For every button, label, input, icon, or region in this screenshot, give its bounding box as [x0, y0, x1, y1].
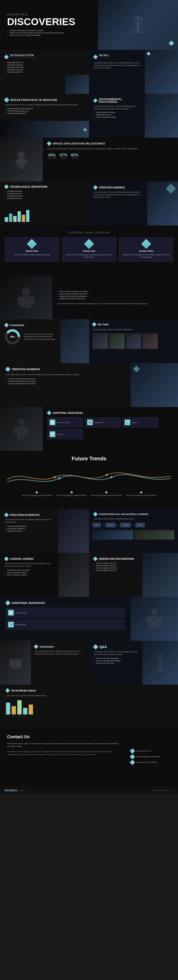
- donut-chart: 40%: [5, 329, 20, 345]
- slide-1-bullets: Welcome and Recap of the 2022 Presentati…: [7, 30, 91, 36]
- slide-15-title: Future Trends: [72, 456, 106, 462]
- res-20-icon-2: 🧬: [8, 622, 14, 627]
- intro-bullet-5: Introduction point five: [5, 71, 84, 73]
- svg-rect-19: [25, 427, 29, 434]
- med-bullet-1: Advanced gene therapy techniques: [5, 108, 84, 110]
- version-3-label: Version Three: [122, 250, 170, 252]
- slide-19: Awards and Recognitions Award recognitio…: [89, 553, 178, 597]
- future-bullet-2: Discuss the progress in genetic research: [57, 492, 87, 496]
- slide-12: Our Team Lorem ipsum dolor sit amet, con…: [89, 319, 178, 363]
- version-card-1: Version One Talk about CRISPR and gene e…: [5, 237, 59, 261]
- slide-16-title: Evolution in Genetics: [10, 514, 40, 516]
- slide-19-image: [142, 553, 178, 597]
- slide-5-text: Lorem ipsum dolor sit amet, consectetur …: [94, 105, 140, 110]
- version-3-text: Address the ethical debate around climat…: [122, 254, 170, 258]
- slide-7: Technological Innovations Innovation poi…: [0, 181, 89, 226]
- slide-5-title: Environmental Discoveries: [99, 98, 140, 103]
- slide-23-content: Social Media Impact Lorem ipsum dolor si…: [0, 684, 178, 729]
- stat-3: 82% Progress: [71, 153, 79, 159]
- slide-17-title: Nanotechnology and Materials Science: [99, 513, 148, 515]
- slide-17-text: Lorem ipsum dolor sit amet, consectetur …: [94, 518, 173, 520]
- slide-4-extra: Advanced gene therapy techniques CRISPR …: [5, 108, 84, 114]
- slide-24-description: Share links to articles, books, or websi…: [7, 742, 119, 748]
- slide-19-title: Awards and Recognitions: [99, 558, 134, 560]
- future-bullet-1: Discuss the progress in genetic research: [22, 492, 52, 496]
- svg-point-16: [18, 418, 25, 425]
- slide-6-stats: 43% Success Rate 67% Missions 82% Progre…: [48, 153, 173, 159]
- future-bullet-4: Discuss the progress in genetic research: [126, 492, 156, 496]
- slide-2-bullets: Introduction point one Introduction poin…: [5, 62, 84, 73]
- slide-8-text: Lorem ipsum dolor sit amet, consectetur …: [94, 191, 142, 199]
- slide-6-image-left: [0, 138, 43, 181]
- footer: GooDocs Docs www.free.googocs.com: [0, 787, 178, 794]
- qa-3: What are the next steps?: [94, 662, 138, 664]
- slide-2-image: [65, 75, 89, 94]
- stat-1: 43% Success Rate: [48, 153, 56, 159]
- version-1-text: Talk about CRISPR and gene editing techn…: [8, 254, 56, 256]
- slide-20-resources: 📄 Nature Genetics 🧬 Biotechnology: [6, 608, 125, 630]
- slide-9: Choose Your Version Version One Talk abo…: [0, 226, 178, 275]
- svg-rect-5: [18, 159, 25, 165]
- contact-row-twitter: www.twitter.com/website: [130, 760, 173, 764]
- slide-3-image: [145, 50, 178, 94]
- gen-bullet-1: DNA sequencing advances: [5, 525, 53, 527]
- slide-20-title: Additional Resources: [12, 601, 45, 605]
- res-20-2: 🧬 Biotechnology: [6, 620, 125, 630]
- tech-bullet-3: Innovation point three: [5, 195, 84, 197]
- slide-row-21-22: Conclusion Lorem ipsum dolor sit amet, c…: [0, 641, 178, 684]
- slide-10-bullets: Explore scientific advances in medicine …: [57, 291, 173, 300]
- qa-2: How can we apply these findings?: [94, 660, 138, 662]
- bullet-1: Welcome and Recap of the 2022 Presentati…: [7, 30, 91, 31]
- resource-2: 📚 Publication 2: [85, 417, 121, 427]
- slide-24-contacts: www.website.com www.instagram.com/websit…: [126, 729, 178, 787]
- svg-rect-37: [160, 654, 161, 658]
- contact-twitter: www.twitter.com/website: [136, 761, 157, 764]
- slide-10: Explore scientific advances in medicine …: [0, 275, 178, 319]
- svg-rect-8: [19, 165, 21, 169]
- resource-1: 📄 Research Paper 1: [48, 417, 83, 427]
- bullet-2: Briefly mention the key scientific disco…: [7, 32, 91, 34]
- slide-7-title: Technological Innovations: [10, 186, 48, 188]
- slide-row-2-3: INTRODUCTION Introduction point one Intr…: [0, 50, 178, 94]
- contact-row-web: www.website.com: [130, 749, 173, 753]
- intro-bullet-4: Introduction point four: [5, 69, 84, 70]
- slide-10-image: [0, 275, 52, 319]
- slide-3-title: INTRO: [99, 54, 109, 58]
- slide-14: Additional Resources 📄 Research Paper 1 …: [0, 407, 178, 451]
- ta-bullet-1: Science enthusiasts and researchers: [6, 378, 125, 380]
- slide-11: Conclusion 40% Lorem ipsum dolor sit ame…: [0, 319, 89, 363]
- slide-15-bullets: Discuss the progress in genetic research…: [22, 492, 156, 496]
- slide-1-label: SCIENTIFIC: [7, 13, 91, 16]
- team-photo-3: [126, 333, 141, 349]
- slide-12-title: Our Team: [98, 323, 109, 326]
- resource-4-icon: 📊: [49, 431, 55, 437]
- svg-rect-9: [22, 165, 24, 169]
- res-20-label-2: Biotechnology: [15, 624, 25, 625]
- svg-rect-11: [21, 296, 31, 308]
- slide-3: INTRO Lorem ipsum dolor sit amet, consec…: [89, 50, 178, 94]
- slide-16-text: Lorem ipsum dolor sit amet, consectetur …: [5, 519, 53, 523]
- future-bullet-3: Discuss the progress in genetic research: [91, 492, 121, 496]
- slide-14-image: [0, 407, 43, 451]
- tech-bullet-4: Innovation point four: [5, 197, 84, 199]
- team-photo-4: [142, 333, 158, 349]
- slide-22: Q&A Lorem ipsum dolor sit amet, consecte…: [89, 641, 178, 684]
- intro-bullet-3: Introduction point three: [5, 67, 84, 68]
- slide-18: Lessons Learned Lorem ipsum dolor sit am…: [0, 553, 89, 597]
- slide-10-content: Explore scientific advances in medicine …: [52, 275, 178, 319]
- slide-11-content: Conclusion 40% Lorem ipsum dolor sit ame…: [0, 319, 60, 363]
- svg-rect-30: [10, 659, 21, 667]
- slide-23-title: Social Media Impact: [11, 689, 36, 692]
- flow-box-4: Output: [135, 523, 145, 527]
- slide-6: Space Exploration Milestones Lorem ipsum…: [0, 138, 178, 181]
- contact-row-instagram: www.instagram.com/website: [130, 755, 173, 759]
- lesson-1: Collaboration drives innovation: [5, 569, 53, 571]
- svg-point-25: [111, 476, 113, 478]
- svg-point-23: [106, 474, 108, 476]
- slide-16: Evolution in Genetics Lorem ipsum dolor …: [0, 509, 89, 553]
- slide-20-image: [130, 597, 178, 641]
- slide-7-chart: [0, 209, 89, 226]
- slide-16-image: [58, 509, 89, 553]
- slide-7-bullets: Innovation point one Innovation point tw…: [5, 190, 84, 199]
- slide-8: Targeted Audience Lorem ipsum dolor sit …: [89, 181, 178, 226]
